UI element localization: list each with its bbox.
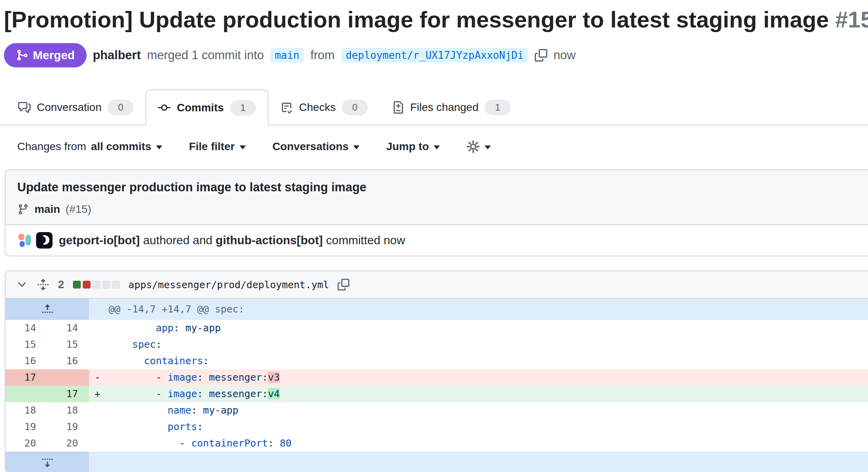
- copy-branch-button[interactable]: [535, 49, 547, 62]
- conversations-dropdown[interactable]: Conversations: [270, 140, 362, 153]
- dropdown-caret: [353, 145, 360, 149]
- status-badge-label: Merged: [33, 49, 75, 62]
- diff-file-header: 2 apps/messenger/prod/deployment.yml: [5, 271, 868, 299]
- diff-row-ctx: 1919 ports:: [5, 419, 868, 435]
- commit-header: Update messenger production image to lat…: [5, 170, 868, 225]
- authored-text: authored and: [140, 234, 216, 247]
- diff-row-ctx: 1414 app: my-app: [5, 320, 868, 336]
- changes-from-dropdown[interactable]: Changes from all commits: [15, 140, 165, 153]
- github-actions-bot-avatar[interactable]: [36, 232, 53, 249]
- tab-label: Conversation: [37, 101, 102, 114]
- git-merge-icon: [16, 49, 28, 62]
- expander-area: [89, 452, 868, 472]
- gear-icon: [467, 140, 480, 153]
- tab-commits[interactable]: Commits 1: [145, 89, 269, 125]
- changes-from-value: all commits: [91, 140, 151, 153]
- line-number-new[interactable]: 17: [47, 386, 89, 402]
- line-number-old[interactable]: 16: [5, 353, 47, 369]
- code-line: containers:: [89, 353, 868, 369]
- tab-counter: 0: [342, 100, 368, 115]
- code-line: + - image: messenger:v4: [89, 386, 868, 402]
- commit-author-row: getport-io[bot] authored and github-acti…: [5, 225, 868, 256]
- diff-row-add: 17+ - image: messenger:v4: [5, 386, 868, 402]
- line-number-new[interactable]: 18: [47, 402, 89, 419]
- code-line: ports:: [89, 419, 868, 435]
- line-number-old[interactable]: 17: [5, 369, 47, 386]
- copy-file-path-button[interactable]: [338, 279, 349, 290]
- tab-counter: 0: [108, 100, 134, 115]
- base-branch-label[interactable]: main: [270, 48, 304, 63]
- chevron-down-icon: [16, 278, 28, 291]
- diffstat-square-added: [73, 281, 81, 289]
- line-number-old[interactable]: 15: [5, 336, 47, 353]
- diff-marker: -: [94, 369, 109, 386]
- pr-author-login[interactable]: phalbert: [93, 48, 141, 62]
- expand-all-button[interactable]: [37, 278, 49, 291]
- jump-to-dropdown[interactable]: Jump to: [384, 140, 442, 153]
- commit-target-branch[interactable]: main: [35, 203, 60, 216]
- diff-row-hunk: @@ -14,7 +14,7 @@ spec:: [5, 299, 868, 320]
- tab-label: Files changed: [410, 101, 478, 114]
- code-line: app: my-app: [89, 320, 868, 336]
- status-badge: Merged: [4, 43, 87, 67]
- code-line: - containerPort: 80: [89, 435, 868, 452]
- commit-committer-name[interactable]: github-actions[bot]: [216, 234, 323, 247]
- diff-row-expand-down: [5, 452, 868, 472]
- tab-checks[interactable]: Checks 0: [269, 90, 380, 125]
- code-line: spec:: [89, 336, 868, 353]
- file-diff-icon: [391, 101, 404, 114]
- copy-icon: [535, 49, 547, 62]
- code-line: name: my-app: [89, 402, 868, 419]
- head-branch-label[interactable]: deployment/r_UX17JYzpAxxoNjDi: [341, 48, 528, 63]
- tab-counter: 1: [485, 100, 511, 115]
- expand-down-button[interactable]: [5, 452, 89, 472]
- dropdown-caret: [434, 145, 440, 149]
- line-number-old[interactable]: 14: [5, 320, 47, 336]
- diffstat-square-deleted: [83, 281, 91, 289]
- line-number-new[interactable]: 16: [47, 353, 89, 369]
- getport-bot-avatar[interactable]: [17, 232, 34, 249]
- hunk-header: @@ -14,7 +14,7 @@ spec:: [89, 299, 868, 320]
- file-changes-count: 2: [58, 278, 64, 291]
- diffstat: [73, 281, 120, 289]
- unfold-icon: [37, 278, 49, 291]
- diff-table: @@ -14,7 +14,7 @@ spec:1414 app: my-app1…: [5, 299, 868, 472]
- line-number-old[interactable]: 18: [5, 402, 47, 419]
- diffstat-square-neutral: [112, 281, 120, 289]
- tab-files-changed[interactable]: Files changed 1: [380, 90, 522, 125]
- line-number-new[interactable]: 14: [47, 320, 89, 336]
- merge-time[interactable]: now: [554, 48, 576, 62]
- line-number-new[interactable]: 20: [47, 435, 89, 452]
- line-number-old[interactable]: 20: [5, 435, 47, 452]
- diff-marker: +: [94, 386, 109, 402]
- file-filter-label: File filter: [189, 140, 235, 153]
- tab-label: Checks: [299, 101, 336, 114]
- collapse-file-button[interactable]: [16, 278, 28, 291]
- dropdown-caret: [156, 145, 162, 149]
- file-filter-dropdown[interactable]: File filter: [187, 140, 248, 153]
- commit-branch-row: main (#15): [17, 203, 868, 216]
- pr-title: [Promotion] Update production image for …: [4, 5, 868, 34]
- comment-discussion-icon: [18, 101, 31, 114]
- diff-row-del: 17- - image: messenger:v3: [5, 369, 868, 386]
- expand-up-button[interactable]: [5, 299, 89, 320]
- line-number-new[interactable]: 19: [47, 419, 89, 435]
- pr-meta: Merged phalbert merged 1 commit into mai…: [4, 43, 868, 67]
- diffstat-square-neutral: [102, 281, 110, 289]
- pr-number: #15: [835, 7, 868, 32]
- line-number-old[interactable]: 19: [5, 419, 47, 435]
- file-path[interactable]: apps/messenger/prod/deployment.yml: [129, 279, 329, 290]
- git-branch-icon: [17, 203, 29, 215]
- line-number-new[interactable]: [47, 369, 89, 386]
- commit-card: Update messenger production image to lat…: [5, 169, 868, 256]
- line-number-old[interactable]: [5, 386, 47, 402]
- from-text: from: [311, 48, 335, 62]
- pr-title-text: [Promotion] Update production image for …: [4, 7, 829, 32]
- commit-pr-ref[interactable]: (#15): [65, 203, 91, 216]
- tab-conversation[interactable]: Conversation 0: [6, 90, 145, 125]
- diff-row-ctx: 1616 containers:: [5, 353, 868, 369]
- commit-title[interactable]: Update messenger production image to lat…: [17, 180, 868, 194]
- diff-settings-dropdown[interactable]: [464, 140, 493, 154]
- commit-author-name[interactable]: getport-io[bot]: [59, 234, 140, 247]
- line-number-new[interactable]: 15: [47, 336, 89, 353]
